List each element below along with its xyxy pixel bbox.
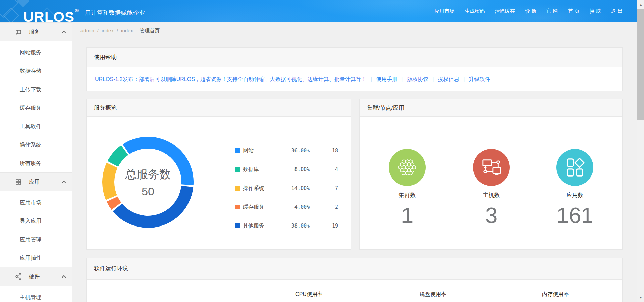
sidebar-group-hardware-list: 主机管理 xyxy=(0,286,72,302)
breadcrumb: admin/index/index-管理首页 xyxy=(80,28,160,34)
service-overview-title: 服务概览 xyxy=(87,99,351,117)
sidebar-item-os[interactable]: 操作系统 xyxy=(0,136,72,154)
sidebar-item-upload-download[interactable]: 上传下载 xyxy=(0,80,72,99)
menu-item-skin[interactable]: 换 肤 xyxy=(585,8,606,14)
menu-item-diagnose[interactable]: 诊 断 xyxy=(520,8,541,14)
menu-item-app-market[interactable]: 应用市场 xyxy=(429,8,460,14)
menu-item-logout[interactable]: 退 出 xyxy=(606,8,628,14)
stat-underline xyxy=(567,202,583,202)
stat-underline xyxy=(483,202,499,202)
column-header-cpu: CPU使用率 xyxy=(279,291,339,298)
scroll-down-button[interactable]: ▼ xyxy=(637,293,644,302)
brand-tagline: 用计算和数据赋能企业 xyxy=(85,9,145,17)
top-menu: 应用市场 生成密码 清除缓存 诊 断 官 网 首 页 换 肤 退 出 xyxy=(429,0,628,22)
link-separator: | xyxy=(401,76,403,82)
stat-label: 主机数 xyxy=(454,191,528,199)
link-upgrade[interactable]: 升级软件 xyxy=(469,76,490,83)
scrollbar-thumb[interactable] xyxy=(637,9,644,120)
sidebar: 服务 网站服务 数据存储 上传下载 缓存服务 工具软件 操作系统 所有服务 应用… xyxy=(0,22,72,302)
release-announcement-link[interactable]: URLOS-1.2发布：部署后可以删除URLOS，超省资源！支持全自动伸缩、大数… xyxy=(95,76,367,83)
menu-item-home[interactable]: 首 页 xyxy=(563,8,584,14)
sidebar-item-data-storage[interactable]: 数据存储 xyxy=(0,62,72,80)
link-separator: | xyxy=(463,76,465,82)
services-donut-chart: 总服务数 50 xyxy=(102,137,194,228)
sidebar-item-cache-service[interactable]: 缓存服务 xyxy=(0,99,72,117)
chevron-up-icon xyxy=(62,181,66,185)
sidebar-item-web-service[interactable]: 网站服务 xyxy=(0,43,72,62)
apps-diamond-icon xyxy=(565,157,585,178)
breadcrumb-index-2[interactable]: index xyxy=(121,28,133,33)
link-user-manual[interactable]: 使用手册 xyxy=(376,76,397,83)
stat-clusters: 集群数 1 xyxy=(370,149,444,229)
hosts-circle xyxy=(473,149,510,186)
software-env-panel: 软件运行环境 CPU使用率 磁盘使用率 内存使用率 xyxy=(86,258,623,302)
legend-row-cache[interactable]: 缓存服务 4.00% 2 xyxy=(235,198,342,216)
legend-percent: 8.00% xyxy=(280,166,316,172)
sidebar-group-label: 硬件 xyxy=(29,273,62,280)
sidebar-group-hardware[interactable]: 硬件 xyxy=(0,267,72,286)
sidebar-item-tool-software[interactable]: 工具软件 xyxy=(0,117,72,136)
legend-row-database[interactable]: 数据库 8.00% 4 xyxy=(235,160,342,179)
software-env-title: 软件运行环境 xyxy=(87,258,622,280)
breadcrumb-dash: - xyxy=(136,28,137,33)
link-separator: | xyxy=(371,76,372,82)
sidebar-group-apps[interactable]: 应用 xyxy=(0,172,72,191)
storefront-icon xyxy=(15,28,22,36)
breadcrumb-separator: / xyxy=(117,28,118,33)
sidebar-item-app-plugin[interactable]: 应用插件 xyxy=(0,249,72,267)
stat-label: 应用数 xyxy=(538,191,612,199)
legend-count: 4 xyxy=(316,166,339,172)
link-license-info[interactable]: 授权信息 xyxy=(438,76,459,83)
cluster-node-app-panel: 集群/节点/应用 集群数 1 主机数 3 xyxy=(359,99,623,250)
link-copyright[interactable]: 版权协议 xyxy=(407,76,428,83)
breadcrumb-admin[interactable]: admin xyxy=(80,28,94,33)
stat-hosts: 主机数 3 xyxy=(454,149,528,229)
legend-count: 19 xyxy=(316,223,339,229)
legend-label: 缓存服务 xyxy=(243,204,280,211)
share-nodes-icon xyxy=(15,273,22,280)
legend-swatch xyxy=(235,186,240,191)
sidebar-item-import-app[interactable]: 导入应用 xyxy=(0,212,72,230)
legend-label: 操作系统 xyxy=(243,185,280,192)
breadcrumb-index-1[interactable]: index xyxy=(102,28,114,33)
breadcrumb-current-page: 管理首页 xyxy=(140,28,160,33)
network-hosts-icon xyxy=(481,157,502,178)
app-grid-icon xyxy=(15,178,22,186)
apps-circle xyxy=(556,149,593,186)
sidebar-group-services[interactable]: 服务 xyxy=(0,22,72,41)
scroll-up-button[interactable]: ▲ xyxy=(637,0,644,9)
link-separator: | xyxy=(432,76,434,82)
stat-apps: 应用数 161 xyxy=(538,149,612,229)
menu-item-clear-cache[interactable]: 清除缓存 xyxy=(490,8,520,14)
legend-percent: 14.00% xyxy=(280,185,316,191)
legend-percent: 36.00% xyxy=(280,148,316,154)
top-navbar: URLOS® 用计算和数据赋能企业 应用市场 生成密码 清除缓存 诊 断 官 网… xyxy=(0,0,637,22)
legend-label: 数据库 xyxy=(243,166,280,173)
vertical-scrollbar[interactable]: ▲ ▼ xyxy=(637,0,644,302)
legend-percent: 4.00% xyxy=(280,204,316,210)
legend-row-web[interactable]: 网站 36.00% 18 xyxy=(235,141,342,160)
sidebar-item-app-manage[interactable]: 应用管理 xyxy=(0,230,72,249)
triangle-down-icon: ▼ xyxy=(639,296,642,299)
sidebar-item-app-market[interactable]: 应用市场 xyxy=(0,193,72,212)
sidebar-item-all-services[interactable]: 所有服务 xyxy=(0,154,72,172)
cluster-panel-title: 集群/节点/应用 xyxy=(360,99,622,117)
donut-legend: 网站 36.00% 18 数据库 8.00% 4 操作系统 14.00% 7 缓… xyxy=(235,141,342,235)
help-panel: 使用帮助 URLOS-1.2发布：部署后可以删除URLOS，超省资源！支持全自动… xyxy=(86,47,623,91)
help-panel-body: URLOS-1.2发布：部署后可以删除URLOS，超省资源！支持全自动伸缩、大数… xyxy=(87,67,622,91)
legend-count: 18 xyxy=(316,148,339,154)
legend-row-os[interactable]: 操作系统 14.00% 7 xyxy=(235,179,342,198)
legend-row-other[interactable]: 其他服务 38.00% 19 xyxy=(235,216,342,235)
legend-label: 网站 xyxy=(243,147,280,154)
sidebar-group-label: 服务 xyxy=(29,29,62,36)
service-overview-panel: 服务概览 总服务数 50 网站 36.00% 18 数据库 8.00% 4 操作… xyxy=(86,99,351,250)
sidebar-item-host-manage[interactable]: 主机管理 xyxy=(0,288,72,302)
menu-item-official-site[interactable]: 官 网 xyxy=(541,8,563,14)
table-column-divider xyxy=(252,300,252,302)
chevron-up-icon xyxy=(62,31,66,35)
menu-item-gen-password[interactable]: 生成密码 xyxy=(460,8,490,14)
brand-logo[interactable]: URLOS® xyxy=(23,3,79,22)
legend-swatch xyxy=(235,148,240,153)
legend-count: 7 xyxy=(316,185,339,191)
sidebar-group-apps-list: 应用市场 导入应用 应用管理 应用插件 xyxy=(0,191,72,267)
